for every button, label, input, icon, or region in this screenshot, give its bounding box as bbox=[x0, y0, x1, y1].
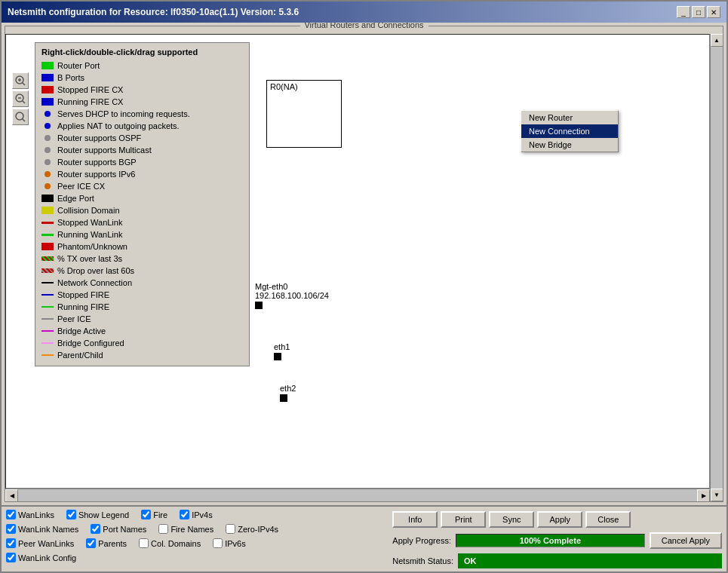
col-domains-checkbox[interactable] bbox=[139, 538, 149, 548]
zero-ipv4s-checkbox-item[interactable]: Zero-IPv4s bbox=[226, 524, 278, 534]
ipv6s-checkbox[interactable] bbox=[213, 538, 223, 548]
list-item: Peer ICE CX bbox=[41, 180, 243, 192]
fire-checkbox-item[interactable]: Fire bbox=[141, 510, 167, 519]
legend-label: Phantom/Unknown bbox=[57, 241, 127, 253]
peer-wanlinks-checkbox[interactable] bbox=[6, 538, 16, 548]
ipv4s-checkbox[interactable] bbox=[180, 510, 189, 519]
sync-button[interactable]: Sync bbox=[489, 511, 534, 528]
cancel-apply-button[interactable]: Cancel Apply bbox=[650, 532, 722, 549]
list-item: Running FIRE bbox=[41, 301, 243, 313]
ipv4s-label: IPv4s bbox=[192, 510, 213, 519]
zoom-reset-button[interactable] bbox=[12, 109, 29, 125]
port-names-label: Port Names bbox=[103, 525, 146, 534]
status-text: OK bbox=[464, 556, 477, 565]
port-names-checkbox[interactable] bbox=[91, 524, 100, 534]
fire-names-checkbox-item[interactable]: Fire Names bbox=[158, 524, 213, 534]
scroll-up-button[interactable]: ▲ bbox=[711, 34, 723, 47]
eth2-element[interactable]: eth2 bbox=[280, 384, 296, 402]
scroll-left-button[interactable]: ◀ bbox=[5, 489, 18, 502]
bridge-active-line-icon bbox=[41, 330, 54, 332]
fire-checkbox[interactable] bbox=[141, 510, 151, 519]
legend-title: Right-click/double-click/drag supported bbox=[41, 47, 243, 57]
minimize-button[interactable]: _ bbox=[677, 6, 690, 18]
svg-line-6 bbox=[23, 101, 26, 104]
new-router-menu-item[interactable]: New Router bbox=[521, 111, 618, 124]
zoom-out-button[interactable] bbox=[12, 90, 29, 107]
network-connection-line-icon bbox=[41, 282, 54, 283]
parents-checkbox[interactable] bbox=[86, 538, 96, 548]
parents-checkbox-item[interactable]: Parents bbox=[86, 538, 127, 548]
status-value: OK bbox=[458, 553, 722, 568]
canvas-area[interactable]: Right-click/double-click/drag supported … bbox=[5, 34, 710, 489]
legend-label: Bridge Active bbox=[57, 325, 106, 337]
zoom-in-button[interactable] bbox=[12, 72, 29, 89]
ipv4s-checkbox-item[interactable]: IPv4s bbox=[180, 510, 213, 519]
bridge-configured-line-icon bbox=[41, 342, 54, 344]
mgt-eth0-label: Mgt-eth0 bbox=[255, 282, 329, 291]
router-box[interactable]: R0(NA) bbox=[266, 80, 342, 148]
fire-names-checkbox[interactable] bbox=[158, 524, 168, 534]
new-bridge-menu-item[interactable]: New Bridge bbox=[521, 138, 618, 152]
vertical-scroll-track[interactable] bbox=[711, 47, 723, 489]
ospf-dot-icon bbox=[45, 135, 51, 141]
list-item: Router supports IPv6 bbox=[41, 168, 243, 180]
legend-label: Stopped FIRE CX bbox=[57, 84, 123, 96]
col-domains-label: Col. Domains bbox=[151, 539, 201, 548]
bgp-dot-icon bbox=[45, 159, 51, 165]
horizontal-scroll-track[interactable] bbox=[18, 489, 697, 501]
mgt-eth0-element[interactable]: Mgt-eth0 192.168.100.106/24 bbox=[255, 282, 329, 309]
maximize-button[interactable]: □ bbox=[692, 6, 705, 18]
close-button[interactable]: Close bbox=[585, 511, 631, 528]
fire-label: Fire bbox=[153, 510, 167, 519]
legend-label: Serves DHCP to incoming requests. bbox=[57, 108, 190, 120]
window-title: Netsmith configuration for Resource: lf0… bbox=[8, 7, 299, 17]
parents-label: Parents bbox=[98, 539, 127, 548]
ipv6s-checkbox-item[interactable]: IPv6s bbox=[213, 538, 246, 548]
phantom-color-icon bbox=[41, 243, 54, 250]
show-legend-checkbox[interactable] bbox=[66, 510, 76, 519]
wanlinks-checkbox-item[interactable]: WanLinks bbox=[6, 510, 54, 519]
legend-label: Edge Port bbox=[57, 192, 94, 204]
checkbox-row-1: WanLinks Show Legend Fire IPv4s bbox=[6, 510, 278, 519]
router-label: R0(NA) bbox=[270, 82, 298, 91]
legend-label: Running FIRE CX bbox=[57, 96, 123, 108]
scroll-right-button[interactable]: ▶ bbox=[697, 489, 710, 502]
legend-label: Peer ICE bbox=[57, 313, 91, 325]
show-legend-checkbox-item[interactable]: Show Legend bbox=[66, 510, 129, 519]
legend-label: B Ports bbox=[57, 72, 84, 84]
tx-stripe-icon bbox=[41, 256, 54, 261]
progress-bar: 100% Complete bbox=[456, 534, 645, 547]
list-item: Stopped FIRE CX bbox=[41, 84, 243, 96]
zero-ipv4s-checkbox[interactable] bbox=[226, 524, 235, 534]
nat-dot-icon bbox=[45, 123, 51, 129]
parent-child-line-icon bbox=[41, 354, 54, 356]
wanlink-config-checkbox[interactable] bbox=[6, 553, 16, 562]
apply-button[interactable]: Apply bbox=[537, 511, 582, 528]
new-connection-menu-item[interactable]: New Connection bbox=[521, 124, 618, 138]
col-domains-checkbox-item[interactable]: Col. Domains bbox=[139, 538, 201, 548]
port-names-checkbox-item[interactable]: Port Names bbox=[91, 524, 146, 534]
wanlink-config-checkbox-item[interactable]: WanLink Config bbox=[6, 553, 76, 562]
ipv6-dot-icon bbox=[45, 171, 51, 177]
close-button[interactable]: ✕ bbox=[707, 6, 720, 18]
main-window: Netsmith configuration for Resource: lf0… bbox=[0, 0, 728, 573]
wanlinks-checkbox[interactable] bbox=[6, 510, 16, 519]
peer-wanlinks-checkbox-item[interactable]: Peer WanLinks bbox=[6, 538, 74, 548]
eth1-element[interactable]: eth1 bbox=[274, 342, 290, 360]
progress-value: 100% Complete bbox=[520, 536, 581, 545]
zoom-controls bbox=[12, 72, 29, 125]
running-wanlink-line-icon bbox=[41, 234, 54, 236]
legend-label: % TX over last 3s bbox=[57, 253, 122, 265]
legend-box: Right-click/double-click/drag supported … bbox=[35, 42, 250, 366]
legend-label: Applies NAT to outgoing packets. bbox=[57, 120, 180, 132]
legend-label: Stopped FIRE bbox=[57, 289, 109, 301]
legend-label: Router supports IPv6 bbox=[57, 168, 135, 180]
info-button[interactable]: Info bbox=[392, 511, 438, 528]
wanlink-names-checkbox[interactable] bbox=[6, 524, 16, 534]
stopped-wanlink-line-icon bbox=[41, 222, 54, 224]
wanlink-names-checkbox-item[interactable]: WanLink Names bbox=[6, 524, 78, 534]
list-item: Parent/Child bbox=[41, 349, 243, 361]
multicast-dot-icon bbox=[45, 147, 51, 153]
scroll-down-button[interactable]: ▼ bbox=[711, 489, 723, 501]
print-button[interactable]: Print bbox=[441, 511, 486, 528]
